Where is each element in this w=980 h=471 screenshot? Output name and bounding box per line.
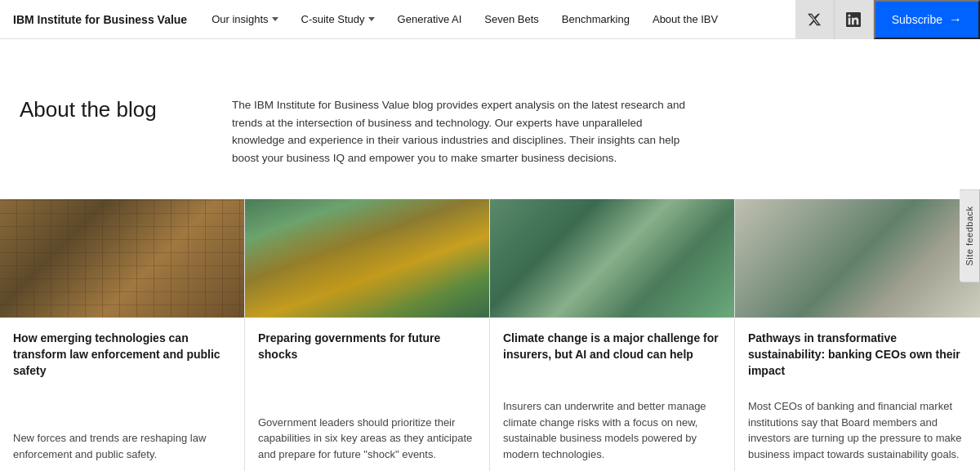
- site-feedback-tab[interactable]: Site feedback: [960, 189, 980, 282]
- card-sustainability: Pathways in transformative sustainabilit…: [735, 199, 980, 471]
- cards-grid: How emerging technologies can transform …: [0, 199, 980, 471]
- card-content-climate: Climate change is a major challenge for …: [490, 318, 734, 471]
- nav-about-ibv[interactable]: About the IBV: [641, 0, 729, 39]
- card-image-insurance: [490, 199, 734, 318]
- card-desc-sustainability: Most CEOs of banking and financial marke…: [748, 398, 967, 462]
- about-title: About the blog: [20, 96, 199, 167]
- card-content-sustainability: Pathways in transformative sustainabilit…: [735, 318, 980, 471]
- card-title-climate[interactable]: Climate change is a major challenge for …: [503, 331, 721, 362]
- linkedin-link[interactable]: [835, 0, 874, 39]
- chevron-down-icon: [272, 17, 278, 21]
- card-governments: Preparing governments for future shocks …: [245, 199, 490, 471]
- about-description: The IBM Institute for Business Value blo…: [232, 96, 689, 167]
- feedback-label[interactable]: Site feedback: [960, 189, 980, 282]
- card-title-law[interactable]: How emerging technologies can transform …: [13, 331, 231, 379]
- nav-seven-bets[interactable]: Seven Bets: [473, 0, 550, 39]
- chevron-down-icon: [368, 17, 375, 21]
- card-title-sustainability[interactable]: Pathways in transformative sustainabilit…: [748, 331, 967, 379]
- card-content-law: How emerging technologies can transform …: [0, 318, 244, 471]
- nav-csuite-study[interactable]: C-suite Study: [290, 0, 386, 39]
- nav-generative-ai[interactable]: Generative AI: [386, 0, 474, 39]
- subscribe-button[interactable]: Subscribe →: [874, 0, 980, 39]
- card-law-enforcement: How emerging technologies can transform …: [0, 199, 245, 471]
- card-image-flood: [245, 199, 489, 318]
- social-links: Subscribe →: [795, 0, 980, 39]
- card-desc-governments: Government leaders should prioritize the…: [258, 415, 476, 463]
- arrow-right-icon: →: [949, 12, 962, 27]
- main-nav: IBM Institute for Business Value Our ins…: [0, 0, 980, 39]
- brand-logo[interactable]: IBM Institute for Business Value: [0, 13, 200, 26]
- card-image-banking: [735, 199, 980, 318]
- card-title-governments[interactable]: Preparing governments for future shocks: [258, 331, 476, 362]
- nav-links: Our insights C-suite Study Generative AI…: [200, 0, 795, 39]
- twitter-link[interactable]: [795, 0, 835, 39]
- card-image-law: [0, 199, 244, 318]
- nav-benchmarking[interactable]: Benchmarking: [550, 0, 641, 39]
- card-content-governments: Preparing governments for future shocks …: [245, 318, 489, 471]
- card-climate: Climate change is a major challenge for …: [490, 199, 735, 471]
- about-section: About the blog The IBM Institute for Bus…: [0, 56, 980, 199]
- card-desc-climate: Insurers can underwrite and better manag…: [503, 398, 721, 462]
- nav-our-insights[interactable]: Our insights: [200, 0, 289, 39]
- card-desc-law: New forces and trends are reshaping law …: [13, 430, 231, 462]
